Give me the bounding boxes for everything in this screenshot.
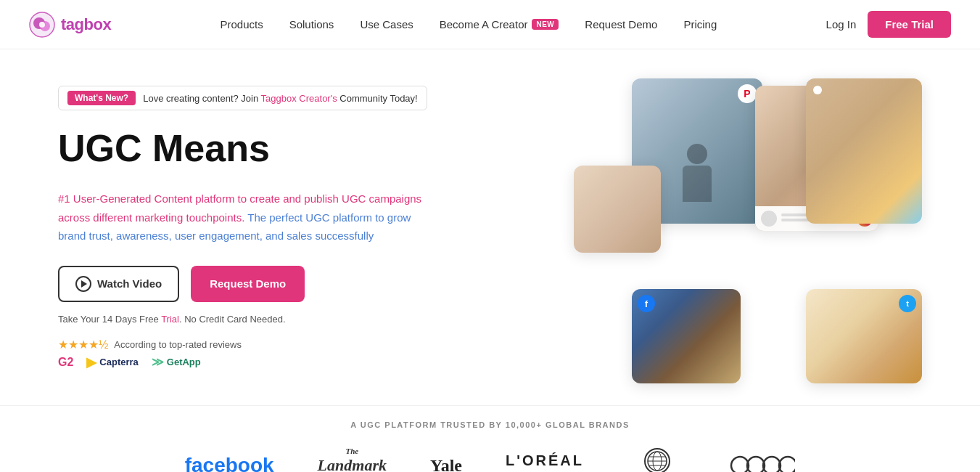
hero-buttons: Watch Video Request Demo [58,266,435,302]
hero-image-beach [806,78,922,224]
hero-image-hand [574,166,661,253]
login-link[interactable]: Log In [826,18,857,30]
nav-become-creator[interactable]: Become A Creator NEW [440,18,559,30]
svg-point-9 [731,457,749,472]
whats-new-banner[interactable]: What's New? Love creating content? Join … [58,86,427,110]
tagbox-logo-icon [29,12,55,38]
trial-link[interactable]: Trial [161,314,179,325]
play-triangle-icon [81,280,87,288]
whats-new-text: Love creating content? Join Taggbox Crea… [143,93,418,104]
audi-rings-icon [730,454,795,472]
nav-products[interactable]: Products [220,18,263,30]
getapp-logo: ≫ GetApp [152,355,201,369]
landmark-brand: The Landmark LONDON [318,447,387,472]
facebook-brand: facebook [185,454,274,472]
stars: ★★★★½ [58,338,108,351]
hero-image-collage: P ig f [574,78,922,383]
svg-point-3 [39,22,45,28]
g2-logo: G2 [58,356,73,369]
yale-brand: Yale [430,456,462,472]
nav-solutions[interactable]: Solutions [289,18,334,30]
taggbox-creator-link[interactable]: Taggbox Creator's [261,93,337,104]
instagram-avatar [761,211,777,227]
hero-title: UGC Means [58,128,435,169]
hero-section: What's New? Love creating content? Join … [0,49,980,405]
ratings-row: ★★★★½ According to top-rated reviews [58,338,435,351]
brand-logos: facebook The Landmark LONDON Yale L'ORÉA… [58,447,922,472]
hero-image-food: t [806,289,922,383]
logo[interactable]: tagbox [29,12,111,38]
trusted-section: A UGC PLATFORM TRUSTED BY 10,000+ GLOBAL… [0,405,980,472]
un-globe-icon [646,450,668,472]
nav-actions: Log In Free Trial [826,11,951,38]
nav-links: Products Solutions Use Cases Become A Cr… [220,18,717,30]
united-nations-brand: UNITED NATIONS [627,448,686,472]
free-trial-button[interactable]: Free Trial [868,11,951,38]
ratings-text: According to top-rated reviews [114,339,242,350]
svg-point-12 [779,457,795,472]
new-badge: NEW [532,19,559,30]
logo-text: tagbox [61,15,111,34]
watch-video-button[interactable]: Watch Video [58,266,179,302]
hero-left: What's New? Love creating content? Join … [58,78,435,370]
twitter-icon: t [899,295,916,312]
audi-brand [730,454,795,472]
hero-image-crowd: f [632,289,741,383]
pinterest-icon: P [738,84,757,103]
navbar: tagbox Products Solutions Use Cases Beco… [0,0,980,49]
svg-point-11 [763,457,781,472]
facebook-icon: f [638,295,655,312]
request-demo-button[interactable]: Request Demo [191,266,305,302]
trusted-label: A UGC PLATFORM TRUSTED BY 10,000+ GLOBAL… [58,420,922,429]
capterra-logo: ▶ Capterra [86,354,138,370]
play-circle-icon [75,276,91,292]
nav-use-cases[interactable]: Use Cases [360,18,413,30]
svg-point-10 [747,457,765,472]
ratings-section: ★★★★½ According to top-rated reviews G2 … [58,338,435,370]
review-logos: G2 ▶ Capterra ≫ GetApp [58,354,435,370]
person-silhouette [675,144,719,202]
loreal-brand: L'ORÉAL PARIS [506,451,584,472]
beach-dot [813,86,822,94]
trial-note: Take Your 14 Days Free Trial. No Credit … [58,314,435,325]
hero-description: #1 User-Generated Content platform to cr… [58,190,435,245]
whats-new-label: What's New? [67,91,136,105]
nav-pricing[interactable]: Pricing [683,18,717,30]
nav-request-demo[interactable]: Request Demo [585,18,657,30]
